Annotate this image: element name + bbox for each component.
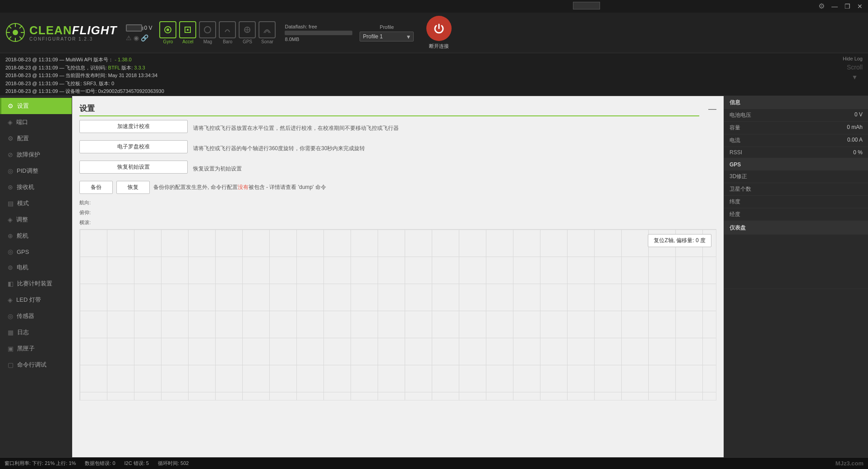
- sensor-modules: Gyro Accel Mag Baro GPS: [159, 21, 276, 44]
- restore-btn[interactable]: 恢复: [116, 181, 150, 194]
- log-line-1: 2018-08-23 @ 11:31:09 — MultiWii API 版本号…: [5, 56, 863, 64]
- info-header: 信息: [724, 96, 868, 109]
- settings-gear-icon[interactable]: ⚙: [818, 2, 825, 10]
- voltage-label: 电池电压: [729, 111, 751, 119]
- capacity-label: 容量: [729, 124, 740, 132]
- logo-name: CLEANFLIGHT: [29, 24, 117, 37]
- log-line-2: 2018-08-23 @ 11:31:09 — 飞控信息，识别码: BTFL 版…: [5, 64, 863, 72]
- log-line-5: 2018-08-23 @ 11:31:09 — 设备唯一ID号: 0x29002…: [5, 87, 863, 96]
- sidebar-item-logging[interactable]: ▦ 日志: [0, 324, 72, 340]
- rssi-label: RSSI: [729, 149, 742, 156]
- profile-select[interactable]: Profile 1 Profile 2 Profile 3: [360, 32, 414, 41]
- profile-label: Profile: [360, 24, 414, 30]
- alert-icon: ⚠: [126, 34, 132, 41]
- sidebar-item-gps[interactable]: ◎ GPS: [0, 244, 72, 259]
- sidebar-item-config[interactable]: ⚙ 配置: [0, 130, 72, 147]
- info-row-voltage: 电池电压 0 V: [724, 109, 868, 122]
- voltage-value: 0 V: [854, 111, 863, 119]
- sidebar-item-failsafe[interactable]: ⊘ 故障保护: [0, 147, 72, 163]
- svg-point-14: [204, 27, 211, 33]
- dashboard-header: 仪表盘: [724, 221, 868, 234]
- sidebar-item-motors[interactable]: ⊚ 电机: [0, 259, 72, 276]
- disconnect-label: 断开连接: [429, 43, 449, 50]
- led-icon: ◈: [8, 296, 13, 303]
- mag-calib-btn[interactable]: 电子罗盘校准: [79, 140, 188, 153]
- svg-point-1: [13, 30, 18, 35]
- sidebar: ⚙ 设置 ◈ 端口 ⚙ 配置 ⊘ 故障保护 ◎ PID调整 ⊛ 接收机 ▤ 模式…: [0, 96, 72, 457]
- hide-log-btn[interactable]: Hide Log: [843, 55, 863, 63]
- sidebar-item-settings[interactable]: ⚙ 设置: [0, 98, 72, 114]
- mag-calib-row: 电子罗盘校准 请将飞控或飞行器的每个轴进行360度旋转，你需要在30秒内来完成旋…: [79, 140, 716, 157]
- svg-point-11: [166, 28, 169, 31]
- svg-line-7: [19, 37, 22, 39]
- info-section: 信息 电池电压 0 V 容量 0 mAh 电流 0.00 A RSSI 0 %: [724, 96, 868, 159]
- battery-icon: 0 V: [126, 24, 152, 32]
- config-icon: ⚙: [8, 135, 14, 142]
- reset-settings-btn[interactable]: 恢复初始设置: [79, 161, 188, 174]
- sidebar-item-servos[interactable]: ⊕ 舵机: [0, 228, 72, 244]
- motors-icon: ⊚: [8, 264, 13, 271]
- sidebar-item-led[interactable]: ◈ LED 灯带: [0, 292, 72, 308]
- adjust-icon: ◈: [8, 216, 13, 223]
- gps-icon: ◎: [8, 248, 13, 255]
- minimize-panel-btn[interactable]: —: [708, 104, 716, 114]
- sidebar-item-adjust[interactable]: ◈ 调整: [0, 212, 72, 228]
- sidebar-item-ports[interactable]: ◈ 端口: [0, 114, 72, 130]
- disconnect-btn[interactable]: 断开连接: [426, 16, 452, 50]
- sidebar-item-sensors[interactable]: ◎ 传感器: [0, 308, 72, 324]
- wifi-icon: ◉: [134, 34, 139, 41]
- roll-label: 横滚:: [79, 217, 91, 227]
- servos-icon: ⊕: [8, 232, 13, 239]
- failsafe-icon: ⊘: [8, 151, 13, 158]
- osd-icon: ◧: [8, 280, 14, 287]
- gps-sats-label: 卫星个数: [729, 185, 751, 193]
- svg-line-9: [9, 37, 11, 39]
- backup-restore-row: 备份 恢复 备份你的配置发生意外, 命令行配置没有被包含 - 详情请查看 'du…: [79, 181, 716, 194]
- content-area: 设置 — 加速度计校准 请将飞控或飞行器放置在水平位置，然后进行校准，在校准期间…: [72, 96, 724, 457]
- reset-settings-desc: 恢复设置为初始设置: [193, 165, 242, 173]
- scroll-btn[interactable]: Scroll▼: [847, 62, 863, 83]
- accel-calib-row: 加速度计校准 请将飞控或飞行器放置在水平位置，然后进行校准，在校准期间不要移动飞…: [79, 120, 716, 137]
- reset-axis-btn[interactable]: 复位Z轴, 偏移量: 0 度: [648, 234, 711, 247]
- sidebar-item-receiver[interactable]: ⊛ 接收机: [0, 179, 72, 195]
- dataflash-label: Dataflash: free: [285, 24, 352, 29]
- svg-line-6: [9, 26, 11, 28]
- packet-errors: 数据包错误: 0: [85, 460, 115, 467]
- backup-warning: 备份你的配置发生意外, 命令行配置没有被包含 - 详情请查看 'dump' 命令: [153, 184, 326, 191]
- battery-value: 0 V: [144, 25, 152, 31]
- cycle-time: 循环时间: 502: [158, 460, 189, 467]
- sonar-module: Sonar: [259, 21, 276, 44]
- gps-header: GPS: [724, 159, 868, 170]
- sensors-icon: ◎: [8, 313, 13, 320]
- sidebar-item-cli[interactable]: ▢ 命令行调试: [0, 357, 72, 373]
- sidebar-item-osd[interactable]: ◧ 比赛计时装置: [0, 276, 72, 292]
- close-btn[interactable]: ✕: [854, 2, 866, 11]
- svg-rect-13: [187, 29, 189, 31]
- info-row-rssi: RSSI 0 %: [724, 147, 868, 158]
- gps-row-lon: 经度: [724, 208, 868, 221]
- gps-3dfix-label: 3D修正: [729, 173, 747, 180]
- gps-lat-label: 纬度: [729, 198, 740, 206]
- cli-icon: ▢: [8, 361, 14, 368]
- link-icon: 🔗: [141, 34, 148, 41]
- baro-module: Baro: [219, 21, 236, 44]
- gps-row-3dfix: 3D修正: [724, 170, 868, 183]
- accel-calib-btn[interactable]: 加速度计校准: [79, 120, 188, 133]
- status-bar: 窗口利用率: 下行: 21% 上行: 1% 数据包错误: 0 I2C 错误: 5…: [0, 457, 868, 469]
- profile-select-area[interactable]: Profile Profile 1 Profile 2 Profile 3 ▼: [360, 24, 414, 41]
- restore-btn[interactable]: ❐: [841, 2, 854, 11]
- brand-logo: MJz3.com: [836, 460, 863, 467]
- current-value: 0.00 A: [847, 137, 863, 144]
- info-row-current: 电流 0.00 A: [724, 134, 868, 147]
- cpu-usage: 窗口利用率: 下行: 21% 上行: 1%: [5, 460, 76, 467]
- minimize-btn[interactable]: —: [828, 2, 841, 11]
- sidebar-item-pid[interactable]: ◎ PID调整: [0, 163, 72, 179]
- backup-btn[interactable]: 备份: [79, 181, 113, 194]
- logo-sub: CONFIGURATOR 1.2.3: [29, 37, 117, 41]
- sidebar-item-blackbox[interactable]: ▣ 黑匣子: [0, 340, 72, 357]
- ports-icon: ◈: [8, 119, 13, 126]
- logging-icon: ▦: [8, 329, 14, 336]
- sidebar-item-modes[interactable]: ▤ 模式: [0, 195, 72, 212]
- svg-line-8: [19, 26, 22, 28]
- gyro-module: Gyro: [159, 21, 176, 44]
